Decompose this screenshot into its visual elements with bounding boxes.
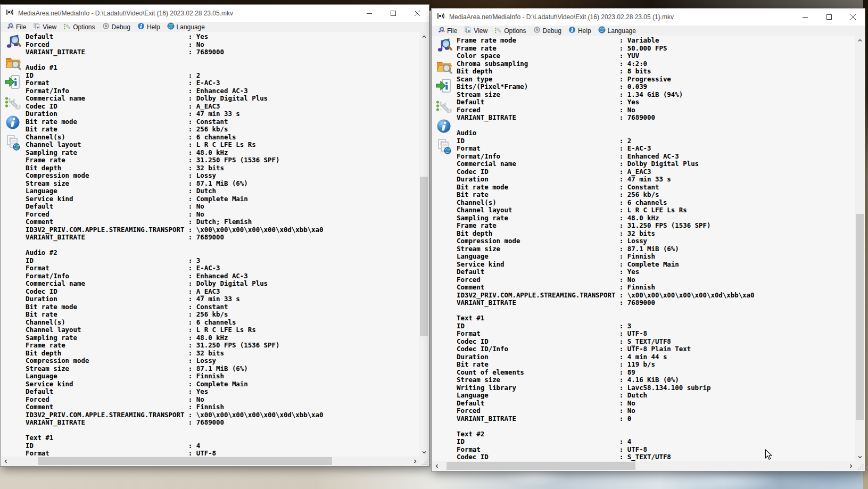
export-info-icon[interactable]	[435, 77, 453, 95]
info-line: Stream size : 4.16 KiB (0%)	[457, 376, 855, 384]
minimize-button[interactable]	[793, 9, 817, 26]
language-icon[interactable]	[4, 134, 22, 152]
horizontal-scroll-thumb[interactable]	[38, 457, 332, 465]
info-line: ID3V2_PRIV.COM.APPLE.STREAMING.TRANSPORT…	[26, 411, 419, 419]
section-header-line: Audio #1	[26, 64, 419, 72]
toolbar	[432, 36, 457, 461]
info-line: Default : Yes	[26, 33, 419, 41]
debug-menu-icon	[533, 26, 543, 35]
maximize-button[interactable]	[817, 9, 841, 26]
open-file-icon[interactable]	[4, 33, 22, 51]
media-info-text[interactable]: Default : YesForced : NoVARIANT_BITRATE …	[26, 33, 419, 457]
open-file-icon[interactable]	[435, 37, 453, 55]
language-menu-icon	[167, 22, 177, 31]
close-button[interactable]	[841, 9, 865, 26]
menu-item-debug[interactable]: Debug	[101, 22, 135, 32]
info-line: Color space : YUV	[457, 52, 855, 60]
scroll-down-button[interactable]	[419, 447, 428, 457]
info-line: Format/Info : Enhanced AC-3	[457, 153, 855, 161]
info-line: Stream size : 87.1 MiB (6%)	[26, 365, 419, 373]
info-line: Codec ID : A_EAC3	[26, 288, 419, 296]
resize-grip[interactable]	[855, 461, 864, 470]
close-button[interactable]	[405, 5, 429, 22]
info-line: Compression mode : Lossy	[457, 237, 855, 245]
menu-item-file[interactable]: File	[436, 26, 461, 36]
info-line: Forced : No	[26, 211, 419, 219]
horizontal-scrollbar[interactable]	[432, 461, 855, 470]
options-icon[interactable]	[4, 94, 22, 112]
info-line: Chroma subsampling : 4:2:0	[457, 60, 855, 68]
blank-line	[457, 422, 855, 430]
info-line: Channel layout : L R C LFE Ls Rs	[26, 141, 419, 149]
scroll-down-button[interactable]	[855, 452, 864, 461]
info-line: Channel(s) : 6 channels	[26, 134, 419, 142]
menu-item-help[interactable]: Help	[567, 26, 596, 36]
section-header-line: Text #2	[457, 430, 855, 438]
options-icon[interactable]	[435, 97, 453, 115]
info-line: VARIANT_BITRATE : 7689000	[457, 114, 855, 122]
vertical-scrollbar[interactable]	[855, 36, 864, 461]
export-info-icon[interactable]	[4, 73, 22, 92]
info-line: ID : 2	[26, 72, 419, 80]
scroll-up-button[interactable]	[419, 32, 428, 41]
info-line: Bit rate mode : Constant	[26, 303, 419, 311]
info-line: Duration : 4 min 44 s	[457, 353, 855, 361]
horizontal-scroll-thumb[interactable]	[447, 462, 635, 470]
titlebar[interactable]: MediaArea.net/MediaInfo - D:\Ladatut\Vid…	[432, 9, 865, 26]
info-line: Compression mode : Lossy	[26, 172, 419, 180]
menu-item-view[interactable]: View	[462, 26, 492, 36]
info-line: ID : 3	[26, 257, 419, 265]
menu-item-view[interactable]: View	[31, 22, 61, 32]
info-line: Sampling rate : 48.0 kHz	[26, 149, 419, 157]
vertical-scroll-thumb[interactable]	[420, 177, 428, 336]
info-line: Compression mode : Lossy	[26, 357, 419, 365]
about-icon[interactable]	[435, 118, 453, 136]
language-icon[interactable]	[435, 138, 453, 156]
scroll-right-button[interactable]	[410, 457, 419, 466]
language-menu-icon	[598, 26, 608, 35]
mouse-cursor	[765, 449, 772, 460]
info-line: Default : Yes	[26, 388, 419, 396]
about-icon[interactable]	[4, 114, 22, 132]
menu-item-options[interactable]: Options	[493, 26, 530, 36]
open-folder-icon[interactable]	[4, 53, 22, 71]
info-line: Language : Finnish	[457, 253, 855, 261]
window-title: MediaArea.net/MediaInfo - D:\Ladatut\Vid…	[449, 13, 793, 21]
info-line: Forced : No	[26, 396, 419, 404]
info-line: Forced : No	[457, 407, 855, 415]
info-line: Service kind : Complete Main	[457, 261, 855, 269]
titlebar[interactable]: MediaArea.net/MediaInfo - D:\Ladatut\Vid…	[1, 5, 429, 22]
open-folder-icon[interactable]	[435, 57, 453, 75]
info-line: Writing library : Lavc58.134.100 subrip	[457, 384, 855, 392]
horizontal-scrollbar[interactable]	[1, 457, 419, 466]
resize-grip[interactable]	[419, 457, 428, 466]
minimize-button[interactable]	[357, 5, 381, 22]
section-header-line: Text #1	[457, 314, 855, 322]
media-info-text[interactable]: Frame rate mode : VariableFrame rate : 5…	[457, 37, 855, 461]
scroll-left-button[interactable]	[432, 461, 441, 470]
menu-item-language[interactable]: Language	[597, 26, 640, 36]
scroll-right-button[interactable]	[846, 461, 855, 470]
blank-line	[26, 427, 419, 435]
section-header-line: Text #1	[26, 434, 419, 442]
info-line: Bits/(Pixel*Frame) : 0.039	[457, 83, 855, 91]
info-line: Count of elements : 89	[457, 369, 855, 377]
blank-line	[457, 122, 855, 130]
scroll-up-button[interactable]	[855, 36, 864, 45]
menu-item-debug[interactable]: Debug	[532, 26, 566, 36]
blank-line	[457, 307, 855, 315]
info-line: ID : 2	[457, 137, 855, 145]
vertical-scroll-thumb[interactable]	[856, 214, 864, 420]
blank-line	[26, 56, 419, 64]
menu-item-language[interactable]: Language	[166, 22, 209, 32]
scroll-left-button[interactable]	[1, 457, 10, 466]
info-line: Bit rate : 256 kb/s	[26, 311, 419, 319]
info-line: Comment : Finnish	[457, 284, 855, 292]
info-line: Codec ID : A_EAC3	[26, 103, 419, 111]
menu-item-help[interactable]: Help	[136, 22, 164, 32]
info-line: VARIANT_BITRATE : 7689000	[26, 419, 419, 427]
menu-item-options[interactable]: Options	[62, 22, 99, 32]
maximize-button[interactable]	[381, 5, 405, 22]
vertical-scrollbar[interactable]	[419, 32, 428, 457]
menu-item-file[interactable]: File	[5, 22, 30, 32]
